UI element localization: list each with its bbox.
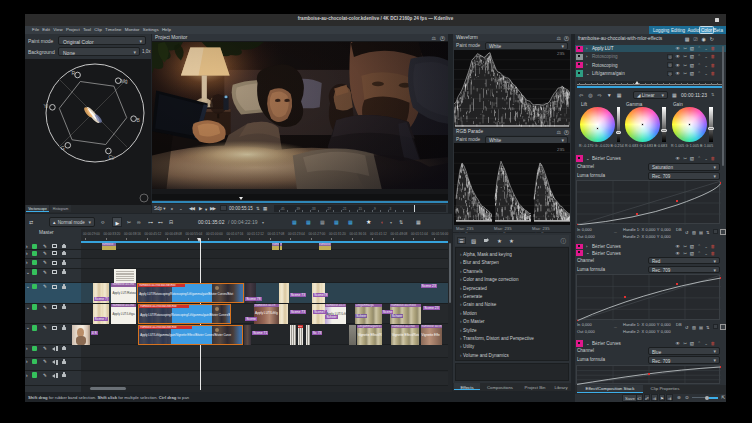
svg-text:Yl: Yl [43, 103, 47, 109]
svg-text:Mg: Mg [121, 78, 128, 84]
svg-text:G: G [61, 145, 65, 151]
svg-text:Cy: Cy [108, 154, 115, 160]
svg-text:235: 235 [557, 52, 565, 57]
svg-text:B: B [137, 117, 141, 123]
svg-text:235: 235 [557, 147, 565, 152]
svg-text:R: R [72, 70, 76, 76]
